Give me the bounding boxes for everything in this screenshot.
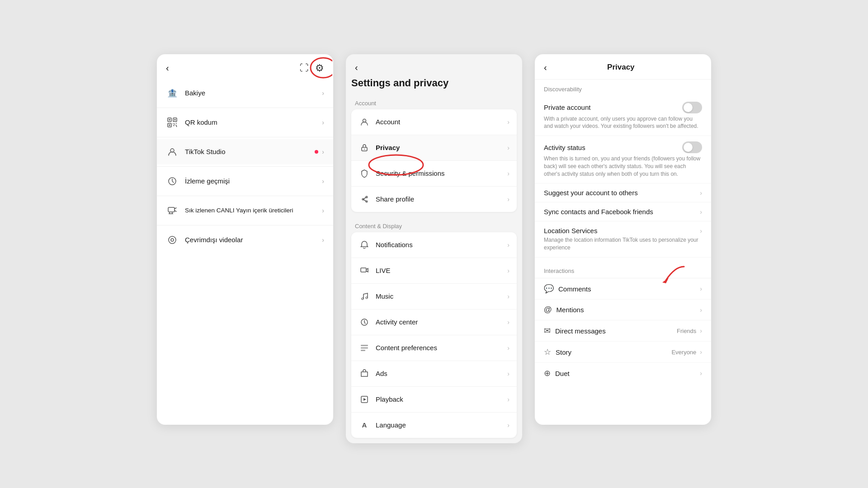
qr-icon — [166, 116, 179, 129]
activity-status-item[interactable]: Activity status When this is turned on, … — [535, 136, 711, 183]
chevron-icon: › — [507, 396, 509, 403]
sidebar-item-cevrimdisi[interactable]: Çevrimdışı videolar › — [157, 227, 333, 253]
notification-dot — [315, 150, 318, 154]
chevron-icon: › — [507, 422, 509, 429]
privacy-icon — [359, 142, 370, 154]
settings-notifications[interactable]: Notifications › — [351, 232, 517, 258]
svg-point-24 — [364, 149, 365, 150]
chevron-icon: › — [507, 170, 509, 177]
language-label: Language — [376, 421, 507, 429]
fullscreen-icon[interactable]: ⛶ — [300, 63, 309, 73]
offline-icon — [166, 234, 179, 246]
security-label: Security & permissions — [376, 169, 507, 177]
chevron-icon: › — [700, 285, 702, 292]
interactions-label: Interactions — [535, 261, 711, 278]
suggest-account-item[interactable]: Suggest your account to others › — [535, 183, 711, 202]
security-icon — [359, 168, 370, 179]
bakiye-label: Bakiye — [185, 89, 322, 97]
suggest-account-label: Suggest your account to others — [544, 189, 638, 197]
private-account-desc: With a private account, only users you a… — [544, 115, 702, 131]
settings-content-prefs[interactable]: Content preferences › — [351, 335, 517, 361]
chevron-icon: › — [322, 207, 324, 214]
settings-ads[interactable]: Ads › — [351, 361, 517, 387]
private-account-toggle[interactable] — [682, 102, 702, 113]
chevron-icon: › — [507, 144, 509, 151]
private-account-label: Private account — [544, 103, 590, 111]
settings-language[interactable]: A Language › — [351, 413, 517, 438]
svg-line-11 — [176, 125, 177, 127]
settings-activity-center[interactable]: Activity center › — [351, 310, 517, 335]
activity-center-icon — [359, 316, 370, 328]
chevron-icon: › — [507, 241, 509, 249]
svg-rect-34 — [361, 347, 368, 348]
chevron-icon: › — [700, 189, 702, 197]
svg-point-21 — [171, 239, 174, 241]
story-label: Story — [556, 348, 571, 356]
header-icons: ⛶ ⚙ — [300, 62, 324, 74]
mentions-label: Mentions — [557, 306, 584, 314]
chevron-icon: › — [700, 327, 702, 334]
settings-live[interactable]: LIVE › — [351, 258, 517, 284]
location-services-item[interactable]: Location Services › Manage the location … — [535, 221, 711, 258]
panel3-header: ‹ Privacy — [535, 54, 711, 80]
music-label: Music — [376, 292, 507, 300]
svg-rect-4 — [169, 119, 170, 120]
sidebar-item-bakiye[interactable]: 🏦 Bakiye › — [157, 80, 333, 106]
qr-label: QR kodum — [185, 118, 322, 126]
settings-share-profile[interactable]: Share profile › — [351, 187, 517, 212]
comments-label: Comments — [558, 285, 591, 293]
content-group: Notifications › LIVE › Music › — [351, 232, 517, 438]
sidebar-item-izleme[interactable]: İzleme geçmişi › — [157, 169, 333, 194]
svg-rect-35 — [361, 350, 365, 351]
chevron-icon: › — [322, 148, 324, 155]
activity-center-label: Activity center — [376, 318, 507, 326]
comments-item[interactable]: 💬 Comments › — [535, 278, 711, 300]
back-btn-right[interactable]: ‹ — [544, 62, 547, 73]
settings-playback[interactable]: Playback › — [351, 387, 517, 413]
studio-icon — [166, 145, 179, 158]
svg-rect-5 — [175, 119, 176, 120]
music-icon — [359, 291, 370, 302]
mentions-icon: @ — [544, 305, 552, 314]
panel-left: ‹ ⛶ ⚙ 🏦 Bakiye › QR kodum — [157, 54, 333, 425]
sidebar-item-qr[interactable]: QR kodum › — [157, 110, 333, 135]
sidebar-item-canli[interactable]: Sık izlenen CANLI Yayın içerik üreticile… — [157, 198, 333, 223]
story-icon: ☆ — [544, 347, 551, 357]
izleme-label: İzleme geçmişi — [185, 177, 322, 185]
direct-messages-item[interactable]: ✉ Direct messages Friends › — [535, 320, 711, 342]
svg-point-30 — [362, 298, 363, 300]
sidebar-item-tiktok-studio[interactable]: TikTok Studio › — [157, 139, 333, 164]
panel1-list: 🏦 Bakiye › QR kodum › TikTok Studio › — [157, 79, 333, 254]
playback-label: Playback — [376, 395, 507, 403]
activity-status-toggle[interactable] — [682, 141, 702, 153]
private-account-item[interactable]: Private account With a private account, … — [535, 96, 711, 136]
back-icon[interactable]: ‹ — [166, 63, 169, 73]
discoverability-label: Discoverability — [535, 80, 711, 96]
svg-rect-33 — [361, 345, 368, 346]
chevron-icon: › — [700, 348, 702, 356]
live-fav-icon — [166, 204, 179, 217]
settings-security[interactable]: Security & permissions › — [351, 161, 517, 187]
mentions-item[interactable]: @ Mentions › — [535, 300, 711, 320]
ads-icon — [359, 368, 370, 380]
chevron-icon: › — [322, 178, 324, 185]
settings-privacy[interactable]: Privacy › — [351, 135, 517, 161]
share-icon — [359, 193, 370, 205]
settings-account[interactable]: Account › — [351, 109, 517, 135]
back-btn-middle[interactable]: ‹ — [355, 62, 358, 73]
account-icon — [359, 116, 370, 128]
duet-item[interactable]: ⊕ Duet › — [535, 363, 711, 384]
chevron-icon: › — [322, 236, 324, 244]
notifications-label: Notifications — [376, 241, 507, 249]
comments-icon: 💬 — [544, 284, 554, 294]
chevron-icon: › — [700, 208, 702, 216]
chevron-icon: › — [322, 119, 324, 126]
privacy-title: Privacy — [551, 63, 691, 72]
dm-value: Friends — [677, 328, 696, 334]
gear-icon[interactable]: ⚙ — [315, 62, 324, 74]
sync-contacts-item[interactable]: Sync contacts and Facebook friends › — [535, 202, 711, 221]
svg-rect-14 — [168, 207, 175, 212]
story-item[interactable]: ☆ Story Everyone › — [535, 342, 711, 363]
settings-music[interactable]: Music › — [351, 284, 517, 310]
chevron-icon: › — [507, 118, 509, 126]
